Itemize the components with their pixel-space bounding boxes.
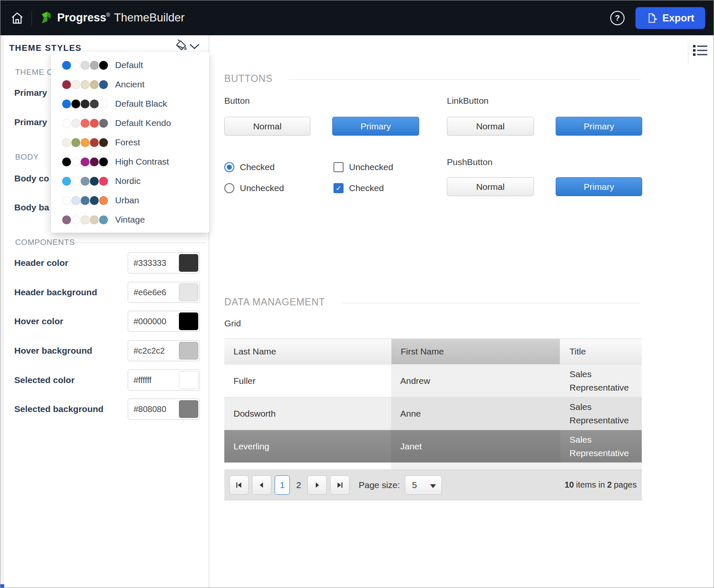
hover-color-swatch[interactable] (179, 312, 198, 330)
theme-swatch (62, 61, 71, 70)
theme-swatch (71, 119, 80, 128)
selected-background-input[interactable]: #808080 (128, 399, 200, 420)
hover-background-swatch[interactable] (179, 342, 198, 360)
body-background-label: Body ba (14, 202, 49, 213)
theme-swatch (62, 100, 71, 108)
checkbox-checked[interactable]: ✓ (333, 183, 344, 193)
cell-last-name[interactable]: Dodsworth (224, 397, 391, 430)
title-text: Sales Representative (570, 400, 642, 427)
pager-last-button[interactable] (330, 475, 349, 495)
cell-first-name[interactable]: Anne (391, 397, 560, 430)
theme-swatch (99, 100, 108, 108)
pager-page-1[interactable]: 1 (275, 475, 290, 495)
hover-color-input[interactable]: #000000 (128, 311, 200, 332)
linkbutton-primary[interactable]: Primary (556, 117, 642, 136)
selected-background-swatch[interactable] (179, 400, 198, 418)
theme-option-default[interactable]: Default (51, 55, 209, 75)
theme-option-nordic[interactable]: Nordic (51, 171, 209, 191)
linkbutton-normal[interactable]: Normal (447, 117, 534, 136)
selected-color-swatch[interactable] (179, 371, 198, 389)
paint-bucket-icon[interactable] (173, 39, 188, 53)
cell-first-name[interactable]: Andrew (391, 365, 560, 397)
section-components: COMPONENTS (15, 238, 75, 247)
pager-next-button[interactable] (307, 475, 327, 495)
column-header-title[interactable]: Title (560, 339, 642, 364)
components-divider (75, 242, 205, 243)
theme-swatch (81, 100, 89, 108)
cell-last-name[interactable]: Leverling (224, 430, 391, 462)
preview-pane: BUTTONS Button Normal Primary LinkButton… (209, 35, 714, 588)
theme-option-label: Default Black (115, 99, 167, 109)
theme-swatch (99, 177, 108, 186)
theme-option-default-kendo[interactable]: Default Kendo (51, 113, 209, 133)
theme-swatches (62, 100, 108, 108)
grid-row-selected[interactable]: Leverling Janet Sales Representative (224, 430, 642, 462)
theme-option-high-contrast[interactable]: High Contrast (51, 152, 209, 171)
header-background-swatch[interactable] (179, 284, 198, 301)
theme-swatch (71, 177, 80, 186)
theme-option-label: Urban (115, 195, 139, 205)
registered-mark: ® (106, 12, 110, 18)
theme-swatch (90, 119, 99, 128)
theme-swatch (62, 215, 71, 224)
radio-unchecked[interactable] (224, 183, 234, 193)
item-count: 10 (564, 480, 574, 490)
theme-swatch (71, 196, 80, 205)
theme-option-vintage[interactable]: Vintage (51, 210, 209, 229)
help-icon[interactable]: ? (610, 11, 625, 25)
grid-row[interactable]: Fuller Andrew Sales Representative (224, 364, 642, 397)
first-page-icon (235, 481, 243, 489)
radio-checked[interactable] (224, 162, 234, 172)
theme-swatch (71, 215, 80, 224)
data-management-section-header: DATA MANAGEMENT (224, 297, 641, 308)
theme-option-forest[interactable]: Forest (51, 133, 209, 152)
theme-option-label: Default Kendo (115, 118, 171, 128)
theme-swatch (62, 119, 71, 128)
header-background-input[interactable]: #e6e6e6 (128, 282, 200, 303)
theme-option-label: Default (115, 60, 143, 70)
cell-title[interactable]: Sales Representative (560, 430, 642, 462)
theme-swatch (62, 138, 71, 147)
theme-option-ancient[interactable]: Ancient (51, 75, 209, 94)
theme-swatches (62, 80, 108, 89)
theme-option-default-black[interactable]: Default Black (51, 94, 209, 113)
grid-row[interactable]: Dodsworth Anne Sales Representative (224, 397, 642, 430)
button-primary[interactable]: Primary (332, 117, 419, 136)
theme-swatch (71, 80, 80, 89)
header-color-swatch[interactable] (179, 254, 198, 272)
cell-first-name[interactable]: Janet (391, 430, 560, 462)
button-normal[interactable]: Normal (224, 117, 310, 136)
cell-last-name[interactable]: Fuller (224, 365, 391, 397)
top-bar-right: ? Export (610, 7, 705, 29)
pager-prev-button[interactable] (252, 475, 271, 495)
pushbutton-normal[interactable]: Normal (447, 177, 534, 196)
cell-title[interactable]: Sales Representative (560, 397, 642, 430)
toolbar-divider (688, 40, 688, 64)
pager-page-2[interactable]: 2 (293, 480, 304, 490)
export-button[interactable]: Export (635, 7, 705, 29)
theme-swatch (81, 196, 89, 205)
theme-swatches (62, 196, 108, 205)
column-header-last-name[interactable]: Last Name (224, 339, 391, 364)
selected-color-input[interactable]: #ffffff (128, 370, 200, 391)
hover-background-input[interactable]: #c2c2c2 (128, 340, 200, 361)
section-rule (289, 79, 641, 80)
theme-swatches (62, 61, 108, 70)
home-button[interactable] (9, 10, 26, 26)
checkbox-checked-row: ✓ Checked (333, 183, 384, 193)
header-color-input[interactable]: #333333 (128, 252, 200, 273)
theme-swatch (90, 80, 99, 89)
theme-option-label: Vintage (115, 215, 145, 225)
cell-title[interactable]: Sales Representative (560, 365, 642, 397)
checkbox-unchecked[interactable] (333, 162, 344, 172)
column-header-first-name[interactable]: First Name (391, 339, 560, 364)
pager-first-button[interactable] (229, 475, 249, 495)
page-size-select[interactable]: 5 (405, 475, 442, 495)
pushbutton-primary[interactable]: Primary (556, 177, 642, 196)
chevron-down-icon[interactable] (189, 42, 200, 50)
theme-option-urban[interactable]: Urban (51, 191, 209, 210)
component-list-icon[interactable] (693, 44, 707, 57)
body-color-label: Body co (14, 173, 49, 184)
theme-swatch (90, 215, 99, 224)
sidebar-scrollbar-track[interactable] (0, 35, 4, 588)
